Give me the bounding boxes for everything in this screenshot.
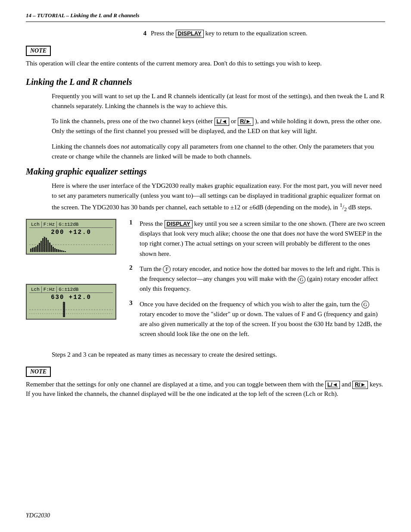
key-r: R/►	[238, 118, 253, 126]
lcd1-cell2: F:Hz	[42, 221, 57, 227]
lcd1-top-row: Lch F:Hz G:±12dB	[29, 221, 113, 228]
svg-rect-8	[42, 238, 44, 252]
svg-rect-9	[44, 237, 45, 252]
svg-rect-16	[56, 249, 57, 252]
right-col: 1 Press the DISPLAY key until you see a …	[129, 219, 385, 345]
linking-para2-mid: or	[231, 118, 238, 124]
linking-para1: Frequently you will want to set up the L…	[52, 91, 385, 112]
circle-f: F	[163, 265, 171, 273]
svg-rect-7	[40, 241, 42, 252]
svg-rect-13	[51, 245, 52, 252]
lcd2-bars	[29, 302, 113, 317]
lcd1-bars	[29, 236, 113, 252]
step1-inline: 1 Press the DISPLAY key until you see a …	[129, 219, 385, 259]
svg-rect-3	[34, 247, 35, 252]
svg-rect-6	[39, 243, 40, 252]
circle-g-1: G	[298, 276, 305, 283]
note2-label: NOTE	[26, 367, 51, 377]
step4-content: Press the DISPLAY key to return to the e…	[151, 30, 385, 38]
step4-block: 4 Press the DISPLAY key to return to the…	[125, 30, 385, 38]
lcd-screen-1: Lch F:Hz G:±12dB 200 +12.0	[26, 219, 116, 255]
svg-rect-19	[59, 250, 61, 252]
lcd-spacer	[26, 262, 121, 284]
graphic-two-col: Lch F:Hz G:±12dB 200 +12.0	[26, 219, 385, 345]
svg-rect-2	[32, 248, 33, 252]
graphic-title: Making graphic equalizer settings	[26, 167, 385, 177]
svg-rect-15	[54, 248, 56, 252]
step1-body: Press the DISPLAY key until you see a sc…	[140, 219, 385, 259]
linking-para3: Linking the channels does not automatica…	[52, 142, 385, 162]
svg-rect-5	[37, 245, 38, 252]
linking-para2-pre: To link the channels, press one of the t…	[52, 118, 213, 124]
note1-label: NOTE	[26, 46, 51, 56]
step4-text-pre: Press the	[151, 30, 174, 37]
circle-g-2: G	[361, 301, 369, 308]
lcd1-svg	[29, 236, 113, 252]
svg-rect-18	[58, 249, 59, 252]
step2-inline: 2 Turn the F rotary encoder, and notice …	[129, 264, 385, 294]
lcd2-freq-gain: 630 +12.0	[29, 294, 113, 301]
svg-rect-11	[47, 240, 49, 252]
svg-rect-20	[61, 250, 62, 252]
linking-para3-pre: Linking the channels does	[52, 143, 119, 150]
svg-rect-1	[30, 249, 31, 252]
svg-rect-25	[63, 302, 65, 317]
graphic-para1: Here is where the user interface of the …	[52, 181, 385, 214]
svg-rect-12	[49, 243, 50, 252]
lcd2-cell1: Lch	[29, 286, 42, 292]
step3-num: 3	[129, 299, 140, 339]
step1-not: not	[297, 230, 305, 237]
page-footer: YDG2030	[26, 512, 50, 519]
note2-key2: R/►	[352, 381, 368, 389]
header-title: 14 – TUTORIAL – Linking the L and R chan…	[26, 12, 140, 19]
steps-repeat: Steps 2 and 3 can be repeated as many ti…	[52, 350, 385, 360]
linking-title: Linking the L and R channels	[26, 77, 385, 87]
svg-rect-4	[35, 246, 37, 252]
step1-num: 1	[129, 219, 140, 259]
svg-rect-10	[46, 238, 47, 252]
lcd1-freq-gain: 200 +12.0	[29, 229, 113, 236]
lcd2-svg	[29, 302, 113, 317]
note2-text: Remember that the settings for only one …	[26, 380, 385, 399]
svg-rect-14	[53, 247, 54, 252]
lcd2-cell3: G:±12dB	[57, 286, 80, 292]
step4-text-post: key to return to the equalization screen…	[205, 30, 307, 37]
lcd1-cell3: G:±12dB	[57, 221, 80, 227]
lcd2-top-row: Lch F:Hz G:±12dB	[29, 286, 113, 293]
step2-num: 2	[129, 264, 140, 294]
note1-text: This operation will clear the entire con…	[26, 59, 385, 68]
step2-body: Turn the F rotary encoder, and notice ho…	[140, 264, 385, 294]
note2-section: NOTE Remember that the settings for only…	[26, 367, 385, 399]
display-key-2: DISPLAY	[165, 220, 193, 228]
lcd2-cell2: F:Hz	[42, 286, 57, 292]
step3-inline: 3 Once you have decided on the frequency…	[129, 299, 385, 339]
linking-para2: To link the channels, press one of the t…	[52, 116, 385, 137]
linking-para3-em: not	[121, 143, 129, 150]
page-header: 14 – TUTORIAL – Linking the L and R chan…	[26, 12, 385, 19]
linking-section: Linking the L and R channels Frequently …	[26, 77, 385, 162]
key-l: L/◄	[215, 118, 229, 126]
svg-rect-21	[63, 251, 64, 252]
left-col: Lch F:Hz G:±12dB 200 +12.0	[26, 219, 121, 345]
step3-body: Once you have decided on the frequency o…	[140, 299, 385, 339]
header-rule	[26, 22, 385, 22]
display-key: DISPLAY	[176, 30, 204, 38]
note2-key1: L/◄	[325, 381, 340, 389]
note1-section: NOTE This operation will clear the entir…	[26, 46, 385, 68]
svg-rect-22	[65, 251, 66, 252]
graphic-section: Making graphic equalizer settings Here i…	[26, 167, 385, 399]
step4-number: 4	[125, 30, 151, 38]
lcd1-cell1: Lch	[29, 221, 42, 227]
page: 14 – TUTORIAL – Linking the L and R chan…	[0, 0, 411, 532]
lcd-screen-2: Lch F:Hz G:±12dB 630 +12.0	[26, 284, 116, 320]
